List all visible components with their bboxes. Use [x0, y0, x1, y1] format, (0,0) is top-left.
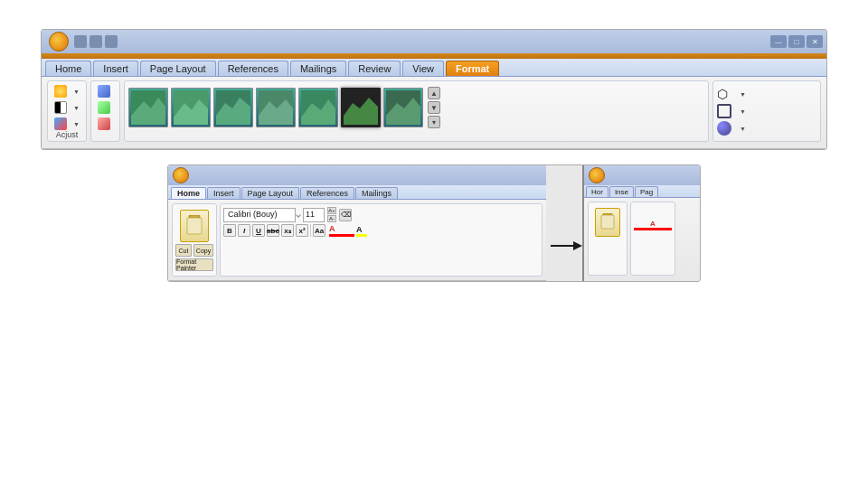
strikethrough-button[interactable]: abc — [267, 224, 279, 237]
reset-picture-button[interactable] — [95, 117, 116, 131]
word2-tab-insert[interactable]: Insert — [207, 187, 241, 199]
tab-mailings[interactable]: Mailings — [290, 61, 346, 76]
text-case-button[interactable]: Aa — [313, 224, 326, 237]
divider — [310, 224, 311, 237]
word2-tab-page-layout[interactable]: Page Layout — [241, 187, 300, 199]
contrast-arrow: ▼ — [73, 105, 80, 111]
word2-titlebar — [168, 165, 546, 185]
word-screenshot-2: Home Insert Page Layout References Maili… — [167, 164, 701, 282]
cut-button[interactable]: Cut — [175, 244, 192, 257]
style-thumb-1[interactable] — [128, 88, 168, 127]
right-font-color-bar — [634, 228, 672, 230]
superscript-button[interactable]: x² — [296, 224, 308, 237]
picture-shape-button[interactable]: ⬡ ▼ — [717, 87, 816, 101]
style-thumb-7[interactable] — [383, 88, 423, 127]
office-button[interactable] — [49, 32, 69, 52]
paste-button[interactable] — [180, 210, 209, 242]
change-picture-button[interactable] — [95, 100, 116, 115]
format-painter-button[interactable]: Format Painter — [175, 258, 213, 271]
word2-tab-mailings[interactable]: Mailings — [355, 187, 398, 199]
style-thumb-4[interactable] — [256, 88, 296, 127]
scroll-down[interactable]: ▼ — [428, 101, 440, 114]
recolor-icon — [54, 117, 67, 130]
maximize-button[interactable]: □ — [788, 35, 805, 48]
style-thumb-5[interactable] — [298, 88, 338, 127]
word2-right-office-btn[interactable] — [589, 167, 605, 183]
clipboard-small-buttons: Cut Copy Format Painter — [175, 244, 213, 271]
font-name-dropdown[interactable]: Calibri (Bouy) — [223, 208, 296, 222]
styles-scroll: ▲ ▼ ▾ — [428, 87, 440, 128]
compress-button[interactable] — [95, 84, 116, 99]
contrast-button[interactable]: ▼ — [52, 100, 82, 115]
recolor-arrow: ▼ — [73, 121, 80, 127]
recolor-button[interactable]: ▼ — [52, 117, 82, 131]
compress-icon — [98, 85, 110, 98]
window-controls: — □ ✕ — [770, 35, 823, 48]
clear-format-button[interactable]: ⌫ — [339, 209, 352, 221]
redo-icon[interactable] — [105, 35, 118, 48]
word2-tab-home[interactable]: Home — [171, 187, 206, 199]
style-thumb-2[interactable] — [171, 88, 211, 127]
screenshots-row: Home Insert Page Layout References Maili… — [22, 164, 846, 282]
bold-button[interactable]: B — [223, 224, 236, 237]
picture-tools-right-group: ⬡ ▼ ▼ ▼ — [712, 80, 821, 142]
minimize-button[interactable]: — — [770, 35, 787, 48]
scroll-up[interactable]: ▲ — [428, 87, 440, 99]
svg-rect-15 — [187, 218, 202, 234]
font-row-1: Calibri (Bouy) 11 A+ A- ⌫ — [223, 207, 539, 222]
tab-review[interactable]: Review — [348, 61, 401, 76]
tab-insert[interactable]: Insert — [93, 61, 138, 76]
close-button[interactable]: ✕ — [807, 35, 823, 48]
style-thumb-6-selected[interactable] — [341, 88, 381, 127]
word2-ribbon: Cut Copy Format Painter Calibri (Bouy) — [168, 200, 546, 281]
subscript-button[interactable]: x₂ — [281, 224, 294, 237]
tab-view[interactable]: View — [402, 61, 444, 76]
word2-main-panel: Home Insert Page Layout References Maili… — [168, 165, 546, 281]
reset-icon — [98, 117, 110, 130]
scroll-more[interactable]: ▾ — [428, 116, 440, 128]
tab-format[interactable]: Format — [446, 61, 499, 76]
picture-effects-button[interactable]: ▼ — [717, 121, 816, 136]
picture-border-button[interactable]: ▼ — [717, 104, 816, 118]
picture-styles-content: ▲ ▼ ▾ — [128, 84, 440, 128]
tab-references[interactable]: References — [218, 61, 288, 76]
ribbon: ▼ ▼ ▼ Acjust — [42, 77, 826, 149]
undo-icon[interactable] — [90, 35, 102, 48]
copy-button[interactable]: Copy — [193, 244, 213, 257]
word2-right-tab-pag[interactable]: Pag — [635, 186, 658, 197]
right-font-a: A — [634, 220, 672, 228]
text-highlight-button[interactable]: A — [356, 225, 367, 237]
word2-right-font-group: A — [630, 202, 675, 276]
effects-dropdown-arrow: ▼ — [740, 126, 746, 132]
word2-tab-references[interactable]: References — [300, 187, 354, 199]
word2-right-tab-inse[interactable]: Inse — [609, 186, 634, 197]
font-dropdown-arrow — [296, 212, 301, 218]
italic-button[interactable]: I — [238, 224, 250, 237]
picture-shape-icon: ⬡ — [717, 87, 731, 101]
right-paste-button[interactable] — [595, 208, 620, 237]
right-tools-content: ⬡ ▼ ▼ ▼ — [717, 84, 816, 136]
ribbon-tabs: Home Insert Page Layout References Maili… — [42, 59, 826, 77]
contrast-icon — [54, 101, 67, 114]
picture-border-icon — [717, 104, 731, 118]
word2-office-button[interactable] — [173, 167, 189, 183]
font-size-dropdown[interactable]: 11 — [303, 208, 325, 222]
underline-button[interactable]: U — [252, 224, 265, 237]
save-icon[interactable] — [74, 35, 87, 48]
font-color-button[interactable]: A — [329, 224, 354, 237]
tab-page-layout[interactable]: Page Layout — [140, 61, 216, 76]
picture-styles-group: ▲ ▼ ▾ — [124, 80, 709, 142]
word2-right-ribbon: A — [584, 198, 700, 279]
word2-right-tab-hor[interactable]: Hor — [586, 186, 609, 197]
word2-right-clipboard — [588, 202, 627, 276]
picture-tools-label — [747, 55, 772, 57]
brightness-button[interactable]: ▼ — [52, 84, 82, 99]
style-thumb-3[interactable] — [213, 88, 253, 127]
font-size-up[interactable]: A+ — [327, 207, 336, 214]
word-screenshot-1: — □ ✕ Home Insert Page Layout References… — [41, 29, 827, 150]
font-size-down[interactable]: A- — [327, 215, 336, 222]
quick-access-toolbar — [74, 35, 118, 48]
tab-home[interactable]: Home — [45, 61, 91, 76]
border-dropdown-arrow: ▼ — [740, 108, 746, 115]
adjust-group-label: Acjust — [48, 130, 86, 139]
